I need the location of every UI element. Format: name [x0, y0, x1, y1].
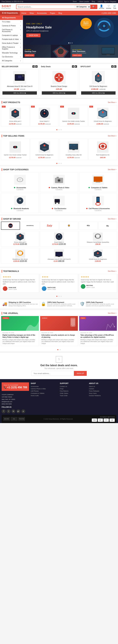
linkedin-icon-btn[interactable]: in: [12, 409, 15, 413]
spotlight-cta[interactable]: SEE ALL DEALS ▶: [81, 91, 115, 94]
category-accessories[interactable]: Accessories 5 products: [1, 172, 39, 192]
footer-support-link-3[interactable]: Order Status: [60, 392, 87, 394]
brand-section: SHOP BY BRAND See More > SONY UNIVERSAL …: [0, 216, 118, 267]
store-locator-link[interactable]: Store Locator: [79, 1, 89, 2]
svg-rect-121: [58, 256, 60, 257]
journal-article-0[interactable]: TRAVEL November 26, 2018 Digital marketi…: [1, 316, 39, 346]
wishlist-icon-btn[interactable]: ♡ Wishlist: [106, 4, 111, 9]
seller-next-btn[interactable]: ▶: [35, 65, 38, 68]
brand-saiy[interactable]: Saiy: [40, 222, 59, 230]
footer-shop-link-2[interactable]: Cell Phones: [31, 390, 58, 392]
brand-product-5: DJIndi Drone for Beginners £189.00: [79, 248, 117, 264]
footer-shop-link-0[interactable]: Accessories: [31, 386, 58, 387]
spotlight-nav: ◀ ▶: [111, 65, 116, 68]
spotlight-product: DJI Drone for Beginners £199.00 £259.99 …: [79, 69, 117, 96]
sidebar-item-wearable[interactable]: Wearable Technology›: [0, 51, 23, 55]
categories-see-more[interactable]: See More >: [108, 169, 116, 170]
svg-point-128: [72, 325, 73, 326]
cart-icon-btn[interactable]: 🛒 Cart: [113, 4, 116, 9]
top-selling-see-more[interactable]: See More >: [108, 135, 116, 137]
nav-shop[interactable]: Shop: [28, 11, 35, 15]
sidebar-item-tv[interactable]: TV & Video›: [0, 20, 23, 24]
logo: SONY ELECTRONIC: [2, 4, 15, 9]
footer-shop-link-3[interactable]: Computers & Tablets: [31, 392, 58, 394]
footer-about-link-4[interactable]: Investor Relations: [89, 395, 116, 396]
journal-article-2[interactable]: TECH November 26, 2018 Take advantage of…: [79, 316, 117, 346]
footer-shop-link-4[interactable]: Home Audio: [31, 395, 58, 396]
nav-pages[interactable]: Pages: [48, 11, 57, 15]
svg-point-75: [19, 179, 21, 181]
brand-4[interactable]: 🦁: [59, 222, 78, 230]
testimonials-dots: [0, 294, 118, 298]
nav-home[interactable]: Home: [20, 11, 28, 15]
signin-link[interactable]: Sign In / Register: [104, 1, 116, 2]
category-camera[interactable]: Camera, Photo & Video 4 products: [40, 172, 78, 192]
svg-rect-19: [18, 76, 21, 78]
brand-6[interactable]: ra.: [98, 222, 117, 230]
search-button[interactable]: 🔍: [90, 5, 97, 9]
search-input[interactable]: [16, 5, 75, 9]
journal-section: THE JOURNAL See More > TRAVEL November 2…: [0, 310, 118, 351]
brand-see-more[interactable]: See More >: [108, 218, 116, 220]
footer-shop-link-1[interactable]: Camera Photo & Video: [31, 388, 58, 390]
spotlight-prev-btn[interactable]: ◀: [111, 65, 113, 68]
oled-banner-cta[interactable]: SHOP NOW: [72, 54, 82, 56]
feature-payment-1: 🔒 100% Safe Payment Buy with confidence …: [40, 301, 78, 306]
hero-cta-button[interactable]: SHOP NOW: [26, 34, 41, 37]
category-phones[interactable]: Cell Phones & Accessories 4 products: [79, 193, 117, 213]
svg-point-52: [102, 111, 104, 113]
brand-universal[interactable]: UNIVERSAL: [21, 222, 39, 230]
sidebar-item-phones[interactable]: Cell Phones & Accessories›: [0, 28, 23, 34]
sidebar-item-portable-audio[interactable]: Portable Audio & Video›: [0, 38, 23, 41]
brand-sony[interactable]: SONY: [1, 222, 20, 230]
sidebar-item-car[interactable]: Car Electronics›: [0, 55, 23, 59]
footer-about-link-2[interactable]: Press Releases: [89, 390, 116, 392]
journal-article-1[interactable]: MOBILE November 26, 2018 Information sec…: [40, 316, 78, 346]
spotlight-next-btn[interactable]: ▶: [114, 65, 116, 68]
navigation: ☰ All Departments Home Shop Accessories …: [0, 10, 118, 15]
twitter-icon-btn[interactable]: t: [7, 409, 11, 413]
svg-text:SONY: SONY: [9, 225, 13, 227]
gaming-banner-cta[interactable]: SHOP NOW: [25, 54, 34, 56]
sidebar-item-home-audio[interactable]: Home Audio & Theater›: [0, 41, 23, 45]
newsletter-email-input[interactable]: [31, 371, 74, 376]
nav-accessories[interactable]: Accessories: [35, 11, 48, 15]
sidebar-item-cameras[interactable]: Cameras & Photos›: [0, 24, 23, 28]
hot-products-see-more[interactable]: See More >: [108, 102, 116, 103]
daily-next-btn[interactable]: ▶: [75, 65, 77, 68]
blog-link[interactable]: Blog: [92, 1, 95, 2]
testimonial-0: ★★★★★ Good to buy! We have no regrets! H…: [1, 274, 39, 293]
footer-support-link-2[interactable]: Free Returns: [60, 390, 87, 392]
googleplus-icon-btn[interactable]: g+: [16, 409, 20, 413]
svg-point-93: [55, 203, 56, 204]
daily-prev-btn[interactable]: ◀: [72, 65, 74, 68]
user-icon-btn[interactable]: 👤 Account: [99, 4, 104, 9]
newsletter-signup-button[interactable]: SIGN UP: [74, 371, 86, 376]
currency-selector[interactable]: USD $: [98, 1, 102, 2]
footer-support-link-0[interactable]: Contact Us: [60, 386, 87, 387]
footer-about-link-1[interactable]: Careers: [89, 388, 116, 390]
testimonials-see-more[interactable]: See More >: [108, 270, 116, 272]
all-departments-btn[interactable]: ☰ All Departments: [0, 10, 20, 15]
paypal-icon: PP: [103, 418, 109, 422]
seller-shocker-cta[interactable]: SEE ALL DEALS ▶: [3, 91, 37, 94]
facebook-icon-btn[interactable]: f: [2, 409, 6, 413]
daily-deals-cta[interactable]: SEE ALL DEALS ▶: [42, 91, 76, 94]
sidebar-item-computers[interactable]: Computers & Laptops›: [0, 34, 23, 38]
sidebar-item-all[interactable]: All Categories›: [0, 59, 23, 63]
pinterest-icon-btn[interactable]: p: [21, 409, 25, 413]
category-computers[interactable]: Computers & Tablets 4 products: [79, 172, 117, 192]
journal-see-more[interactable]: See More >: [108, 312, 116, 314]
nav-blog[interactable]: Blog: [57, 11, 64, 15]
category-bluetooth[interactable]: ⌗ Bluetooth Headsets 4 products: [1, 193, 39, 213]
footer-support-link-1[interactable]: FAQs: [60, 388, 87, 390]
search-category-select[interactable]: All Categories: [75, 5, 90, 9]
footer-about-link-0[interactable]: About Us: [89, 386, 116, 387]
store-link[interactable]: Store: [73, 1, 77, 2]
brand-5[interactable]: 𝔊𝔦𝔣𝔰: [79, 222, 97, 230]
category-car[interactable]: Car Electronics 4 products: [40, 193, 78, 213]
seller-prev-btn[interactable]: ◀: [33, 65, 35, 68]
footer-support-link-4[interactable]: Track Order: [60, 395, 87, 396]
sidebar-item-office[interactable]: Office Products & Supplies›: [0, 45, 23, 51]
footer-about-link-3[interactable]: Sony Cares: [89, 392, 116, 394]
